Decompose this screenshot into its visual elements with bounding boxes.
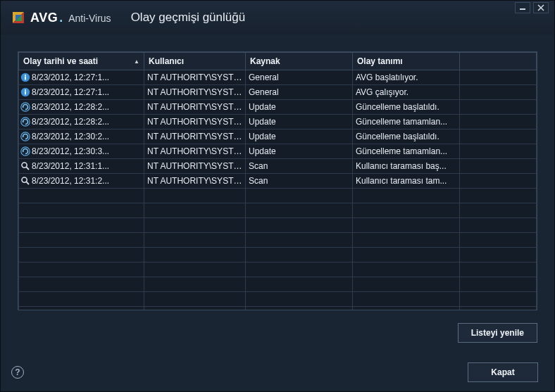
table-row-empty (19, 292, 537, 307)
cell-datetime: 8/23/2012, 12:27:1... (19, 85, 144, 100)
table-row-empty (19, 189, 537, 203)
cell-datetime: 8/23/2012, 12:28:2... (19, 100, 144, 115)
cell-description: Kullanıcı taraması baş... (353, 159, 460, 174)
titlebar: AVG. Anti-Virus Olay geçmişi günlüğü (1, 1, 554, 34)
svg-point-15 (21, 118, 30, 126)
event-table[interactable]: Olay tarihi ve saati Kullanıcı Kaynak Ol… (18, 52, 537, 310)
svg-point-23 (22, 177, 27, 182)
update-icon (20, 102, 30, 112)
svg-rect-9 (25, 75, 26, 76)
cell-source: Update (246, 129, 353, 144)
cell-user: NT AUTHORITY\SYSTEM (144, 159, 246, 174)
window-controls (515, 2, 549, 13)
cell-source: Update (246, 144, 353, 159)
cell-datetime: 8/23/2012, 12:28:2... (19, 115, 144, 129)
svg-point-13 (21, 103, 30, 111)
table-row[interactable]: 8/23/2012, 12:27:1...NT AUTHORITY\SYSTEM… (19, 70, 537, 85)
datetime-text: 8/23/2012, 12:30:2... (32, 132, 109, 141)
brand-dot: . (59, 11, 63, 25)
table-row-empty (19, 218, 537, 233)
table-row-empty (19, 277, 537, 292)
cell-extra (460, 129, 537, 144)
cell-source: General (246, 70, 353, 85)
datetime-text: 8/23/2012, 12:28:2... (32, 102, 109, 112)
cell-datetime: 8/23/2012, 12:27:1... (19, 70, 144, 85)
cell-datetime: 8/23/2012, 12:31:2... (19, 174, 144, 189)
table-row[interactable]: 8/23/2012, 12:28:2...NT AUTHORITY\SYSTEM… (19, 115, 537, 129)
cell-user: NT AUTHORITY\SYSTEM (144, 129, 246, 144)
datetime-text: 8/23/2012, 12:27:1... (32, 87, 109, 97)
datetime-text: 8/23/2012, 12:31:2... (32, 176, 109, 186)
minimize-button[interactable] (515, 2, 530, 13)
cell-source: Scan (246, 159, 353, 174)
close-dialog-button[interactable]: Kapat (468, 362, 538, 382)
svg-line-22 (26, 167, 29, 170)
table-row-empty (19, 248, 537, 263)
brand-text: AVG (30, 11, 58, 25)
table-row[interactable]: 8/23/2012, 12:31:1...NT AUTHORITY\SYSTEM… (19, 159, 537, 174)
cell-user: NT AUTHORITY\SYSTEM (144, 85, 246, 100)
cell-extra (460, 115, 537, 129)
column-header-datetime[interactable]: Olay tarihi ve saati (19, 53, 144, 70)
footer: ? Kapat (0, 355, 555, 392)
svg-point-19 (21, 147, 30, 156)
info-icon (20, 87, 30, 97)
cell-source: Scan (246, 174, 353, 189)
cell-description: Güncelleme başlatıldı. (353, 100, 460, 115)
app-logo-block: AVG. Anti-Virus (11, 10, 111, 25)
cell-extra (460, 70, 537, 85)
svg-rect-8 (25, 76, 26, 80)
scan-icon (20, 176, 30, 186)
cell-user: NT AUTHORITY\SYSTEM (144, 144, 246, 159)
table-row[interactable]: 8/23/2012, 12:30:3...NT AUTHORITY\SYSTEM… (19, 144, 537, 159)
column-header-user[interactable]: Kullanıcı (144, 53, 246, 70)
cell-source: Update (246, 100, 353, 115)
cell-extra (460, 100, 537, 115)
cell-source: General (246, 85, 353, 100)
cell-source: Update (246, 115, 353, 129)
table-row[interactable]: 8/23/2012, 12:30:2...NT AUTHORITY\SYSTEM… (19, 129, 537, 144)
table-row[interactable]: 8/23/2012, 12:28:2...NT AUTHORITY\SYSTEM… (19, 100, 537, 115)
cell-user: NT AUTHORITY\SYSTEM (144, 115, 246, 129)
cell-extra (460, 159, 537, 174)
table-row-empty (19, 263, 537, 277)
info-icon (20, 72, 30, 82)
cell-description: Güncelleme tamamlan... (353, 115, 460, 129)
scan-icon (20, 161, 30, 171)
help-icon[interactable]: ? (11, 366, 24, 379)
cell-description: Kullanıcı taraması tam... (353, 174, 460, 189)
event-table-container: Olay tarihi ve saati Kullanıcı Kaynak Ol… (18, 51, 537, 310)
column-header-source[interactable]: Kaynak (246, 53, 353, 70)
refresh-list-button[interactable]: Listeyi yenile (458, 323, 537, 343)
column-header-extra[interactable] (460, 53, 537, 70)
update-icon (20, 132, 30, 141)
update-icon (20, 146, 30, 156)
update-icon (20, 117, 30, 127)
cell-user: NT AUTHORITY\SYSTEM (144, 174, 246, 189)
datetime-text: 8/23/2012, 12:28:2... (32, 117, 109, 127)
table-header-row: Olay tarihi ve saati Kullanıcı Kaynak Ol… (19, 53, 537, 70)
table-row[interactable]: 8/23/2012, 12:27:1...NT AUTHORITY\SYSTEM… (19, 85, 537, 100)
column-header-description[interactable]: Olay tanımı (353, 53, 460, 70)
svg-rect-4 (520, 8, 525, 10)
svg-point-21 (22, 163, 27, 167)
cell-extra (460, 174, 537, 189)
datetime-text: 8/23/2012, 12:30:3... (32, 146, 109, 156)
cell-description: Güncelleme başlatıldı. (353, 129, 460, 144)
cell-description: AVG başlatılıyor. (353, 70, 460, 85)
datetime-text: 8/23/2012, 12:27:1... (32, 72, 109, 82)
table-row-empty (19, 203, 537, 218)
cell-datetime: 8/23/2012, 12:31:1... (19, 159, 144, 174)
cell-user: NT AUTHORITY\SYSTEM (144, 100, 246, 115)
svg-point-17 (21, 132, 30, 141)
cell-description: Güncelleme tamamlan... (353, 144, 460, 159)
close-button[interactable] (533, 2, 549, 13)
product-text: Anti-Virus (68, 13, 111, 24)
page-title: Olay geçmişi günlüğü (131, 11, 246, 25)
svg-line-24 (26, 182, 29, 184)
cell-user: NT AUTHORITY\SYSTEM (144, 70, 246, 85)
table-row[interactable]: 8/23/2012, 12:31:2...NT AUTHORITY\SYSTEM… (19, 174, 537, 189)
svg-rect-12 (25, 89, 26, 91)
datetime-text: 8/23/2012, 12:31:1... (32, 161, 109, 171)
cell-extra (460, 144, 537, 159)
